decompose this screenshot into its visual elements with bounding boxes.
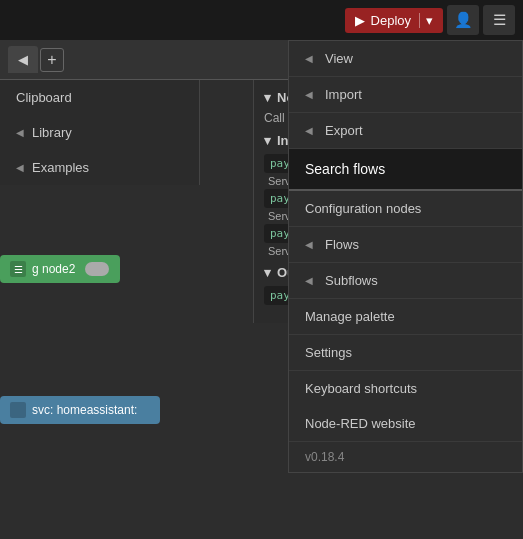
menu-item-flows[interactable]: ◀ Flows — [289, 227, 522, 263]
dropdown-menu: ◀ View ◀ Import ◀ Export Search flows Co… — [288, 40, 523, 473]
hamburger-menu-button[interactable]: ☰ — [483, 5, 515, 35]
add-icon: + — [47, 51, 56, 69]
node-box[interactable]: ☰ g node2 — [0, 255, 120, 283]
menu-item-export[interactable]: ◀ Export — [289, 113, 522, 149]
menu-item-manage-palette[interactable]: Manage palette — [289, 299, 522, 335]
node-g-node2[interactable]: ☰ g node2 — [0, 255, 120, 283]
node-list-icon: ☰ — [10, 261, 26, 277]
keyboard-shortcuts-label: Keyboard shortcuts — [305, 381, 417, 396]
settings-label: Settings — [305, 345, 352, 360]
subflows-arrow-icon: ◀ — [305, 275, 313, 286]
node-red-website-label: Node-RED website — [305, 416, 416, 431]
homeassistant-node[interactable]: svc: homeassistant: — [0, 396, 160, 424]
ha-node-icon — [10, 402, 26, 418]
export-label: Export — [325, 123, 363, 138]
sidebar-item-clipboard[interactable]: Clipboard — [0, 80, 199, 115]
deploy-label: Deploy — [371, 13, 411, 28]
menu-item-configuration-nodes[interactable]: Configuration nodes — [289, 191, 522, 227]
menu-item-node-red-website[interactable]: Node-RED website — [289, 406, 522, 442]
prev-arrow-icon: ◀ — [18, 52, 28, 67]
deploy-dropdown-arrow[interactable]: ▾ — [419, 13, 433, 28]
menu-item-keyboard-shortcuts[interactable]: Keyboard shortcuts — [289, 371, 522, 406]
clipboard-label: Clipboard — [16, 90, 72, 105]
library-arrow-icon: ◀ — [16, 127, 24, 138]
user-icon: 👤 — [454, 11, 473, 29]
deploy-icon: ▶ — [355, 13, 365, 28]
configuration-nodes-label: Configuration nodes — [305, 201, 421, 216]
deploy-button[interactable]: ▶ Deploy ▾ — [345, 8, 443, 33]
header-bar: ▶ Deploy ▾ 👤 ☰ — [0, 0, 523, 40]
menu-item-search-flows[interactable]: Search flows — [289, 149, 522, 191]
import-arrow-icon: ◀ — [305, 89, 313, 100]
sidebar-item-examples[interactable]: ◀ Examples — [0, 150, 199, 185]
search-flows-label: Search flows — [305, 161, 385, 177]
library-label: Library — [32, 125, 72, 140]
node-toggle[interactable] — [85, 262, 109, 276]
view-label: View — [325, 51, 353, 66]
view-arrow-icon: ◀ — [305, 53, 313, 64]
export-arrow-icon: ◀ — [305, 125, 313, 136]
menu-item-view[interactable]: ◀ View — [289, 41, 522, 77]
import-label: Import — [325, 87, 362, 102]
menu-icon: ☰ — [493, 11, 506, 29]
flows-arrow-icon: ◀ — [305, 239, 313, 250]
left-sidebar: Clipboard ◀ Library ◀ Examples — [0, 80, 200, 185]
menu-item-subflows[interactable]: ◀ Subflows — [289, 263, 522, 299]
version-label: v0.18.4 — [305, 450, 344, 464]
add-tab-button[interactable]: + — [40, 48, 64, 72]
sidebar-item-library[interactable]: ◀ Library — [0, 115, 199, 150]
menu-version: v0.18.4 — [289, 442, 522, 472]
manage-palette-label: Manage palette — [305, 309, 395, 324]
subflows-label: Subflows — [325, 273, 378, 288]
ha-node-label: svc: homeassistant: — [32, 403, 137, 417]
menu-item-import[interactable]: ◀ Import — [289, 77, 522, 113]
node-label: g node2 — [32, 262, 75, 276]
flows-label: Flows — [325, 237, 359, 252]
outputs-arrow-icon: ▾ — [264, 265, 271, 280]
menu-item-settings[interactable]: Settings — [289, 335, 522, 371]
examples-label: Examples — [32, 160, 89, 175]
user-button[interactable]: 👤 — [447, 5, 479, 35]
examples-arrow-icon: ◀ — [16, 162, 24, 173]
inputs-arrow-icon: ▾ — [264, 133, 271, 148]
info-panel-section-arrow: ▾ — [264, 90, 271, 105]
prev-tab-button[interactable]: ◀ — [8, 46, 38, 73]
